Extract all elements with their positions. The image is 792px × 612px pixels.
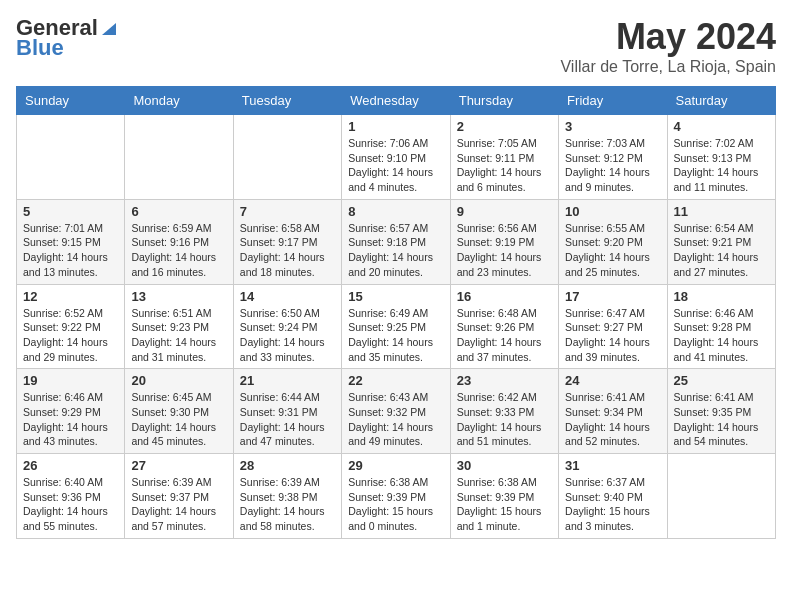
day-info: Sunrise: 6:59 AM Sunset: 9:16 PM Dayligh…: [131, 221, 226, 280]
day-info: Sunrise: 6:54 AM Sunset: 9:21 PM Dayligh…: [674, 221, 769, 280]
table-row: 5Sunrise: 7:01 AM Sunset: 9:15 PM Daylig…: [17, 199, 125, 284]
table-row: 17Sunrise: 6:47 AM Sunset: 9:27 PM Dayli…: [559, 284, 667, 369]
day-number: 10: [565, 204, 660, 219]
table-row: 11Sunrise: 6:54 AM Sunset: 9:21 PM Dayli…: [667, 199, 775, 284]
table-row: 10Sunrise: 6:55 AM Sunset: 9:20 PM Dayli…: [559, 199, 667, 284]
table-row: 14Sunrise: 6:50 AM Sunset: 9:24 PM Dayli…: [233, 284, 341, 369]
table-row: 31Sunrise: 6:37 AM Sunset: 9:40 PM Dayli…: [559, 454, 667, 539]
day-info: Sunrise: 6:39 AM Sunset: 9:38 PM Dayligh…: [240, 475, 335, 534]
day-number: 12: [23, 289, 118, 304]
day-number: 22: [348, 373, 443, 388]
table-row: 9Sunrise: 6:56 AM Sunset: 9:19 PM Daylig…: [450, 199, 558, 284]
table-row: 6Sunrise: 6:59 AM Sunset: 9:16 PM Daylig…: [125, 199, 233, 284]
logo-blue-text: Blue: [16, 36, 118, 60]
day-info: Sunrise: 7:02 AM Sunset: 9:13 PM Dayligh…: [674, 136, 769, 195]
table-row: 26Sunrise: 6:40 AM Sunset: 9:36 PM Dayli…: [17, 454, 125, 539]
day-number: 9: [457, 204, 552, 219]
day-number: 25: [674, 373, 769, 388]
day-number: 3: [565, 119, 660, 134]
day-number: 19: [23, 373, 118, 388]
day-info: Sunrise: 6:38 AM Sunset: 9:39 PM Dayligh…: [348, 475, 443, 534]
svg-marker-0: [102, 23, 116, 35]
day-info: Sunrise: 6:37 AM Sunset: 9:40 PM Dayligh…: [565, 475, 660, 534]
table-row: 15Sunrise: 6:49 AM Sunset: 9:25 PM Dayli…: [342, 284, 450, 369]
day-info: Sunrise: 6:51 AM Sunset: 9:23 PM Dayligh…: [131, 306, 226, 365]
day-info: Sunrise: 6:56 AM Sunset: 9:19 PM Dayligh…: [457, 221, 552, 280]
subtitle: Villar de Torre, La Rioja, Spain: [560, 58, 776, 76]
table-row: 30Sunrise: 6:38 AM Sunset: 9:39 PM Dayli…: [450, 454, 558, 539]
table-row: 24Sunrise: 6:41 AM Sunset: 9:34 PM Dayli…: [559, 369, 667, 454]
day-number: 15: [348, 289, 443, 304]
day-number: 6: [131, 204, 226, 219]
day-info: Sunrise: 6:45 AM Sunset: 9:30 PM Dayligh…: [131, 390, 226, 449]
day-number: 2: [457, 119, 552, 134]
table-row: [233, 115, 341, 200]
table-row: 21Sunrise: 6:44 AM Sunset: 9:31 PM Dayli…: [233, 369, 341, 454]
table-row: 28Sunrise: 6:39 AM Sunset: 9:38 PM Dayli…: [233, 454, 341, 539]
table-row: 22Sunrise: 6:43 AM Sunset: 9:32 PM Dayli…: [342, 369, 450, 454]
table-row: 4Sunrise: 7:02 AM Sunset: 9:13 PM Daylig…: [667, 115, 775, 200]
table-row: 27Sunrise: 6:39 AM Sunset: 9:37 PM Dayli…: [125, 454, 233, 539]
table-row: 23Sunrise: 6:42 AM Sunset: 9:33 PM Dayli…: [450, 369, 558, 454]
col-saturday: Saturday: [667, 87, 775, 115]
day-number: 1: [348, 119, 443, 134]
day-info: Sunrise: 6:41 AM Sunset: 9:35 PM Dayligh…: [674, 390, 769, 449]
table-row: 13Sunrise: 6:51 AM Sunset: 9:23 PM Dayli…: [125, 284, 233, 369]
table-row: [125, 115, 233, 200]
table-row: 8Sunrise: 6:57 AM Sunset: 9:18 PM Daylig…: [342, 199, 450, 284]
col-wednesday: Wednesday: [342, 87, 450, 115]
day-number: 23: [457, 373, 552, 388]
day-info: Sunrise: 6:38 AM Sunset: 9:39 PM Dayligh…: [457, 475, 552, 534]
table-row: [17, 115, 125, 200]
day-info: Sunrise: 6:46 AM Sunset: 9:28 PM Dayligh…: [674, 306, 769, 365]
table-row: 1Sunrise: 7:06 AM Sunset: 9:10 PM Daylig…: [342, 115, 450, 200]
table-row: 18Sunrise: 6:46 AM Sunset: 9:28 PM Dayli…: [667, 284, 775, 369]
day-number: 11: [674, 204, 769, 219]
day-info: Sunrise: 6:58 AM Sunset: 9:17 PM Dayligh…: [240, 221, 335, 280]
day-number: 27: [131, 458, 226, 473]
day-number: 20: [131, 373, 226, 388]
calendar-week-row: 19Sunrise: 6:46 AM Sunset: 9:29 PM Dayli…: [17, 369, 776, 454]
col-thursday: Thursday: [450, 87, 558, 115]
table-row: 19Sunrise: 6:46 AM Sunset: 9:29 PM Dayli…: [17, 369, 125, 454]
table-row: 7Sunrise: 6:58 AM Sunset: 9:17 PM Daylig…: [233, 199, 341, 284]
logo: General Blue: [16, 16, 118, 60]
day-info: Sunrise: 6:44 AM Sunset: 9:31 PM Dayligh…: [240, 390, 335, 449]
day-info: Sunrise: 6:39 AM Sunset: 9:37 PM Dayligh…: [131, 475, 226, 534]
day-info: Sunrise: 7:06 AM Sunset: 9:10 PM Dayligh…: [348, 136, 443, 195]
day-info: Sunrise: 7:05 AM Sunset: 9:11 PM Dayligh…: [457, 136, 552, 195]
day-info: Sunrise: 7:03 AM Sunset: 9:12 PM Dayligh…: [565, 136, 660, 195]
day-number: 16: [457, 289, 552, 304]
day-info: Sunrise: 6:42 AM Sunset: 9:33 PM Dayligh…: [457, 390, 552, 449]
day-info: Sunrise: 6:43 AM Sunset: 9:32 PM Dayligh…: [348, 390, 443, 449]
logo-arrow-icon: [100, 19, 118, 37]
table-row: 29Sunrise: 6:38 AM Sunset: 9:39 PM Dayli…: [342, 454, 450, 539]
day-number: 21: [240, 373, 335, 388]
calendar-week-row: 1Sunrise: 7:06 AM Sunset: 9:10 PM Daylig…: [17, 115, 776, 200]
calendar-header-row: Sunday Monday Tuesday Wednesday Thursday…: [17, 87, 776, 115]
calendar-week-row: 12Sunrise: 6:52 AM Sunset: 9:22 PM Dayli…: [17, 284, 776, 369]
day-info: Sunrise: 6:41 AM Sunset: 9:34 PM Dayligh…: [565, 390, 660, 449]
table-row: 25Sunrise: 6:41 AM Sunset: 9:35 PM Dayli…: [667, 369, 775, 454]
day-number: 26: [23, 458, 118, 473]
col-friday: Friday: [559, 87, 667, 115]
table-row: 20Sunrise: 6:45 AM Sunset: 9:30 PM Dayli…: [125, 369, 233, 454]
table-row: [667, 454, 775, 539]
col-sunday: Sunday: [17, 87, 125, 115]
title-block: May 2024 Villar de Torre, La Rioja, Spai…: [560, 16, 776, 76]
day-number: 29: [348, 458, 443, 473]
day-info: Sunrise: 6:40 AM Sunset: 9:36 PM Dayligh…: [23, 475, 118, 534]
day-number: 5: [23, 204, 118, 219]
day-info: Sunrise: 6:49 AM Sunset: 9:25 PM Dayligh…: [348, 306, 443, 365]
table-row: 2Sunrise: 7:05 AM Sunset: 9:11 PM Daylig…: [450, 115, 558, 200]
main-title: May 2024: [560, 16, 776, 58]
col-tuesday: Tuesday: [233, 87, 341, 115]
page-header: General Blue May 2024 Villar de Torre, L…: [16, 16, 776, 76]
day-number: 13: [131, 289, 226, 304]
calendar-week-row: 26Sunrise: 6:40 AM Sunset: 9:36 PM Dayli…: [17, 454, 776, 539]
day-info: Sunrise: 6:46 AM Sunset: 9:29 PM Dayligh…: [23, 390, 118, 449]
col-monday: Monday: [125, 87, 233, 115]
day-number: 28: [240, 458, 335, 473]
day-number: 24: [565, 373, 660, 388]
day-number: 17: [565, 289, 660, 304]
